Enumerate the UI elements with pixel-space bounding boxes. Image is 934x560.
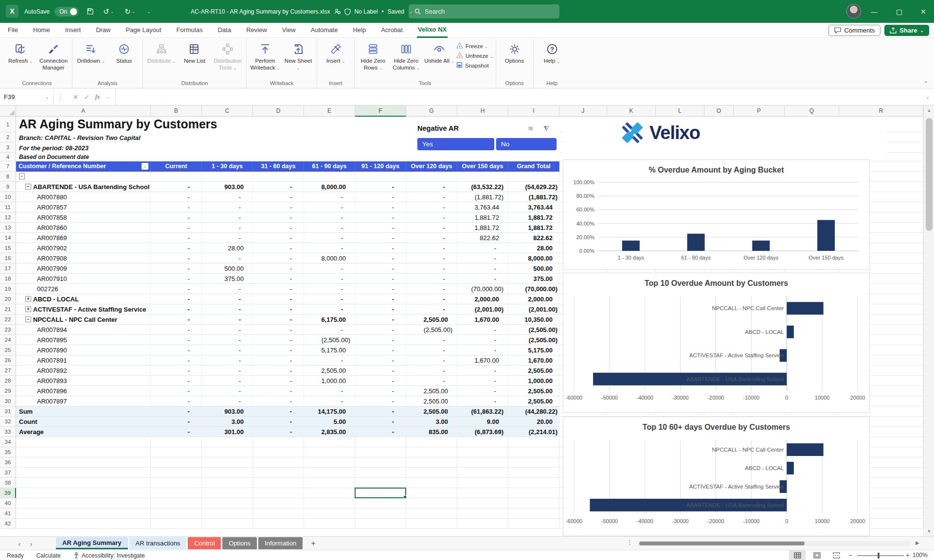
ribbon-tab-insert[interactable]: Insert — [64, 23, 82, 37]
ribbon-tab-draw[interactable]: Draw — [95, 23, 111, 37]
freeze-button[interactable]: Freeze ⌄ — [456, 42, 493, 50]
table-header-col[interactable]: 61 - 90 days — [304, 161, 355, 172]
enter-formula-button[interactable]: ✓ — [84, 93, 90, 101]
refresh-button[interactable]: Refresh ⌄ — [4, 39, 36, 65]
grid-cell[interactable] — [151, 478, 202, 488]
ribbon-tab-acrobat[interactable]: Acrobat — [380, 23, 404, 37]
sheet-options-kebab[interactable]: ⋮ — [627, 539, 633, 546]
grid-cell[interactable] — [202, 457, 253, 468]
active-cell-selection[interactable] — [355, 488, 406, 498]
checklist-icon[interactable]: ≋ — [528, 124, 534, 132]
grid-cell[interactable] — [508, 519, 559, 529]
row-header-12[interactable]: 12 — [0, 212, 16, 223]
zoom-slider[interactable] — [857, 555, 904, 556]
grid-cell[interactable] — [202, 498, 253, 508]
column-header-Q[interactable]: Q — [785, 105, 839, 117]
zoom-slider-thumb[interactable] — [878, 553, 880, 559]
grid-cell[interactable] — [16, 468, 151, 478]
quick-access-menu[interactable]: ⌄ — [146, 0, 151, 23]
chart-2[interactable]: Top 10 Overdue Amount by Customers-60000… — [563, 273, 870, 413]
document-title[interactable]: AC-AR-RT10 - AR Aging Summary by Custome… — [191, 8, 330, 15]
zoom-in-button[interactable]: + — [906, 551, 910, 559]
insert-function-button[interactable]: fx — [95, 93, 100, 101]
grid-cell[interactable] — [151, 468, 202, 478]
ribbon-tab-data[interactable]: Data — [217, 23, 232, 37]
horizontal-scrollbar[interactable] — [637, 541, 911, 546]
calculate-status[interactable]: Calculate — [36, 552, 61, 559]
grid-cell[interactable] — [508, 457, 559, 468]
grid-cell[interactable] — [16, 478, 151, 488]
table-row-30[interactable]: AR007897-----2,505.00-2,505.00 — [16, 396, 559, 406]
row-header-37[interactable]: 37 — [0, 468, 16, 478]
ribbon-tab-review[interactable]: Review — [245, 23, 268, 37]
row-header-29[interactable]: 29 — [0, 386, 16, 396]
prev-sheet-arrow[interactable]: ‹ — [14, 537, 25, 550]
grid-cell[interactable] — [202, 508, 253, 519]
vertical-scroll-thumb[interactable] — [926, 118, 933, 231]
row-header-24[interactable]: 24 — [0, 335, 16, 345]
table-row-18[interactable]: AR007910-375.00-----375.00 — [16, 274, 559, 284]
column-header-B[interactable]: B — [151, 105, 202, 117]
outline-toggle[interactable]: − — [19, 174, 25, 179]
grid-cell[interactable] — [406, 447, 457, 457]
row-header-42[interactable]: 42 — [0, 519, 16, 529]
row-header-3[interactable]: 3 — [0, 142, 16, 153]
sheet-tab-options[interactable]: Options — [222, 537, 257, 549]
expand-formula-bar-button[interactable]: ⌄ — [921, 88, 934, 105]
grid-cell[interactable] — [253, 468, 304, 478]
table-row-15[interactable]: AR007902-28.00-----28.00 — [16, 243, 559, 253]
column-header-G[interactable]: G — [406, 105, 457, 117]
grid-cell[interactable] — [304, 498, 355, 508]
grid-cell[interactable] — [457, 478, 508, 488]
grid-cell[interactable] — [457, 498, 508, 508]
grid-cell[interactable] — [253, 508, 304, 519]
grid-cell[interactable] — [253, 488, 304, 498]
grid-cell[interactable] — [151, 437, 202, 447]
unhide-all-button[interactable]: Unhide All ⌄ — [423, 39, 455, 65]
new-sheet-button[interactable]: New Sheet ⌄ — [282, 39, 314, 71]
ribbon-tab-velixo-nx[interactable]: Velixo NX — [417, 23, 448, 38]
name-box[interactable]: F39 ⌄ — [0, 88, 54, 105]
page-break-view-button[interactable] — [828, 550, 844, 560]
table-row-29[interactable]: AR007896-----2,505.00-2,505.00 — [16, 386, 559, 396]
unfreeze-button[interactable]: Unfreeze ⌄ — [456, 52, 493, 59]
grid-cell[interactable] — [457, 437, 508, 447]
row-header-22[interactable]: 22 — [0, 315, 16, 325]
vertical-scrollbar[interactable]: ▲ ▼ — [923, 105, 934, 536]
ribbon-tab-view[interactable]: View — [281, 23, 297, 37]
grid-cell[interactable] — [202, 478, 253, 488]
scroll-down-arrow[interactable]: ▼ — [924, 526, 934, 536]
row-header-26[interactable]: 26 — [0, 355, 16, 366]
ribbon-tab-file[interactable]: File — [7, 23, 19, 37]
row-header-19[interactable]: 19 — [0, 284, 16, 294]
table-row-11[interactable]: AR007857------3,763.443,763.44 — [16, 202, 559, 212]
row-header-34[interactable]: 34 — [0, 437, 16, 447]
grid-cell[interactable] — [406, 519, 457, 529]
row-header-40[interactable]: 40 — [0, 498, 16, 508]
grid-cell[interactable] — [151, 457, 202, 468]
column-header-L[interactable]: L — [656, 105, 704, 117]
column-header-C[interactable]: C — [202, 105, 253, 117]
grid-cell[interactable] — [508, 478, 559, 488]
grid-cell[interactable] — [304, 447, 355, 457]
grid-cell[interactable] — [151, 447, 202, 457]
ribbon-tab-automate[interactable]: Automate — [310, 23, 339, 37]
row-header-38[interactable]: 38 — [0, 478, 16, 488]
grid-cell[interactable] — [508, 498, 559, 508]
negative-ar-no-button[interactable]: No — [496, 138, 557, 150]
row-header-18[interactable]: 18 — [0, 274, 16, 284]
grid-cell[interactable] — [355, 508, 406, 519]
grid-cell[interactable] — [16, 447, 151, 457]
row-header-41[interactable]: 41 — [0, 508, 16, 519]
column-header-P[interactable]: P — [734, 105, 785, 117]
user-avatar[interactable] — [846, 4, 861, 18]
grid-cell[interactable] — [304, 508, 355, 519]
grid-cell[interactable] — [253, 519, 304, 529]
grid-cell[interactable] — [355, 447, 406, 457]
column-header-I[interactable]: I — [508, 105, 559, 117]
row-header-35[interactable]: 35 — [0, 447, 16, 457]
column-header-A[interactable]: A — [16, 105, 151, 117]
table-row-21[interactable]: +ACTIVESTAF - Active Staffing Service---… — [16, 304, 559, 315]
grid-cell[interactable] — [304, 519, 355, 529]
row-header-39[interactable]: 39 — [0, 488, 16, 498]
